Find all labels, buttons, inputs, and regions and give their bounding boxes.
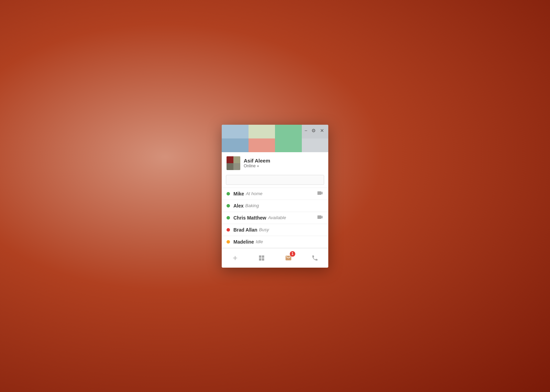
avatar-q3: [227, 163, 233, 170]
mail-button[interactable]: 1: [282, 252, 295, 264]
avatar-q2: [233, 156, 240, 163]
contact-item-mike[interactable]: Mike At home: [222, 188, 328, 200]
mail-badge: 1: [290, 251, 295, 257]
close-button[interactable]: ✕: [319, 127, 325, 134]
video-icon[interactable]: [317, 214, 323, 222]
minimize-button[interactable]: −: [304, 127, 308, 134]
contact-status-text: Baking: [245, 203, 259, 208]
contact-item-brad-allan[interactable]: Brad Allan Busy: [222, 224, 328, 236]
contact-item-chris-matthew[interactable]: Chris Matthew Available: [222, 212, 328, 224]
profile-info: Asif Aleem Online ▾: [244, 158, 270, 168]
status-dot-online: [227, 204, 230, 208]
contact-name: Alex: [233, 203, 244, 209]
avatar-q4: [233, 163, 240, 170]
chat-window: − ⚙ ✕ Asif Aleem Online ▾ Mike At home: [222, 125, 328, 268]
palette-cell-5: [222, 138, 249, 152]
status-text: Online: [244, 164, 256, 168]
status-dot-online: [227, 192, 230, 195]
status-dot-busy: [227, 228, 230, 232]
status-dot-idle: [227, 240, 230, 244]
contact-status-text: Idle: [256, 239, 263, 244]
palette-cell-7: [275, 138, 302, 152]
phone-button[interactable]: [309, 252, 321, 264]
contact-name: Mike: [233, 191, 244, 197]
status-dot-online: [227, 216, 230, 220]
window-controls: − ⚙ ✕: [304, 127, 325, 134]
contact-item-alex[interactable]: Alex Baking: [222, 200, 328, 212]
search-box: [226, 175, 324, 185]
contact-name: Brad Allan: [233, 227, 257, 233]
contact-name: Chris Matthew: [233, 215, 266, 221]
profile-name: Asif Aleem: [244, 158, 270, 164]
avatar: [227, 156, 240, 170]
palette-cell-2: [249, 125, 275, 138]
video-icon[interactable]: [317, 190, 323, 198]
contacts-list: Mike At home Alex Baking Chris Matthew A…: [222, 188, 328, 248]
palette-cell-1: [222, 125, 249, 138]
profile-status[interactable]: Online ▾: [244, 164, 270, 168]
toolbar: 1: [222, 248, 328, 268]
palette-cell-8: [302, 138, 329, 152]
chevron-down-icon: ▾: [257, 164, 259, 168]
contact-item-madeline[interactable]: Madeline Idle: [222, 236, 328, 248]
contact-status-text: Busy: [259, 227, 269, 232]
grid-button[interactable]: [255, 252, 268, 264]
contact-status-text: At home: [246, 191, 262, 196]
contact-status-text: Available: [268, 215, 286, 220]
settings-button[interactable]: ⚙: [311, 127, 317, 134]
add-button[interactable]: [229, 252, 241, 264]
contact-name: Madeline: [233, 239, 254, 245]
profile-section: Asif Aleem Online ▾: [222, 152, 328, 173]
palette-header: − ⚙ ✕: [222, 125, 328, 152]
palette-cell-6: [249, 138, 275, 152]
avatar-q1: [227, 156, 233, 163]
palette-cell-3: [275, 125, 302, 138]
search-input[interactable]: [226, 175, 324, 185]
